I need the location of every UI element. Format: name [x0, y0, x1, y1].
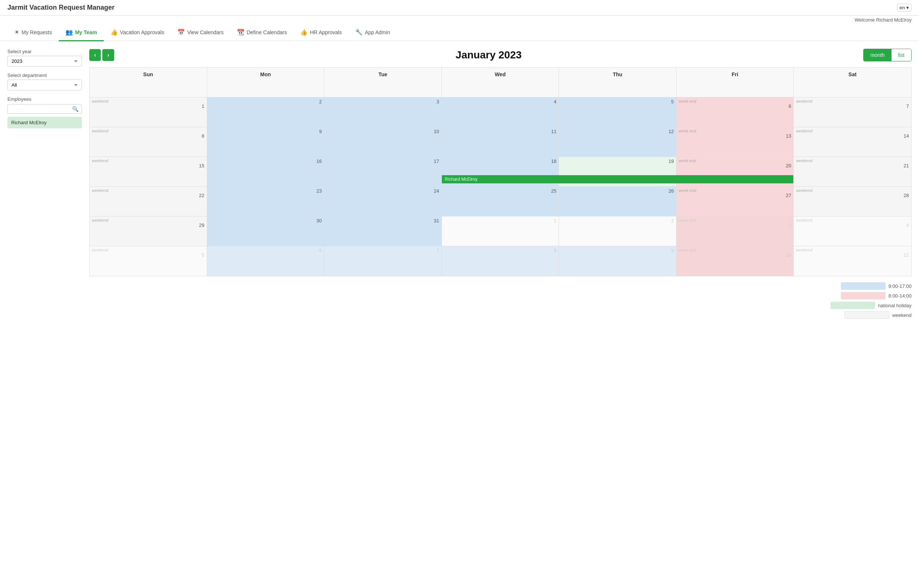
nav-item-view-calendars[interactable]: 📅 View Calendars [171, 24, 230, 41]
lang-selector[interactable]: en ▾ [897, 4, 912, 11]
cell-4-mon[interactable]: 23 [207, 187, 325, 216]
sun-icon: ☀ [14, 29, 19, 36]
legend-white: weekend [845, 311, 912, 319]
week-row-2: weekend 8 9 10 11 12 week end 13 [90, 127, 911, 157]
cell-5-sat[interactable]: weekend 4 [794, 216, 911, 246]
cell-2-sat[interactable]: weekend 14 [794, 127, 911, 157]
cell-2-fri[interactable]: week end 13 [677, 127, 794, 157]
search-icon: 🔍 [72, 106, 79, 112]
cell-1-wed[interactable]: 4 [442, 97, 559, 127]
welcome-text: Welcome Richard McElroy [854, 17, 912, 23]
hr-icon: 👍 [300, 29, 308, 36]
legend-white-label: weekend [892, 312, 912, 318]
cell-2-mon[interactable]: 9 [207, 127, 325, 157]
header-sat: Sat [794, 68, 911, 97]
cell-6-wed[interactable]: 8 [442, 246, 559, 276]
legend-pink-label: 8:00-14:00 [888, 293, 912, 299]
day-headers-row: Sun Mon Tue Wed Thu Fri Sat [90, 68, 911, 97]
cell-5-wed[interactable]: 1 [442, 216, 559, 246]
cell-6-mon[interactable]: 6 [207, 246, 325, 276]
header-fri: Fri [677, 68, 794, 97]
cell-4-thu[interactable]: 26 [559, 187, 677, 216]
week-row-1: weekend 1 2 3 4 5 week end 6 [90, 97, 911, 127]
cell-5-thu[interactable]: 2 [559, 216, 677, 246]
cal-nav: ‹ › [89, 49, 114, 61]
cell-3-mon[interactable]: 16 [207, 157, 325, 187]
lang-chevron: ▾ [906, 5, 909, 10]
cell-5-fri[interactable]: week end 3 [677, 216, 794, 246]
nav-label-hr-approvals: HR Approvals [310, 29, 342, 36]
prev-month-button[interactable]: ‹ [89, 49, 101, 61]
header-sun: Sun [90, 68, 207, 97]
cell-6-sat[interactable]: weekend 11 [794, 246, 911, 276]
cell-4-fri[interactable]: week end 27 [677, 187, 794, 216]
employee-richard[interactable]: Richard McElroy [7, 117, 82, 128]
cell-5-tue[interactable]: 31 [324, 216, 442, 246]
cell-3-wed[interactable]: 18 Richard McElroy [442, 157, 559, 187]
nav-label-my-team: My Team [75, 29, 97, 36]
header-tue: Tue [324, 68, 442, 97]
nav-item-define-calendars[interactable]: 📆 Define Calendars [230, 24, 294, 41]
nav-label-define-calendars: Define Calendars [247, 29, 287, 36]
nav-bar: ☀ My Requests 👥 My Team 👍 Vacation Appro… [0, 24, 919, 41]
nav-label-app-admin: App Admin [365, 29, 390, 36]
app-title: Jarmit Vacation Request Manager [7, 4, 115, 11]
year-select[interactable]: 2023 2022 2024 [7, 56, 82, 66]
week-row-6: weekend 5 6 7 8 9 week end 10 [90, 246, 911, 276]
legend-white-color [845, 311, 889, 319]
cell-4-wed[interactable]: 25 [442, 187, 559, 216]
dept-select[interactable]: All Engineering Marketing [7, 79, 82, 90]
cell-6-tue[interactable]: 7 [324, 246, 442, 276]
nav-item-vacation-approvals[interactable]: 👍 Vacation Approvals [104, 24, 171, 41]
nav-item-my-requests[interactable]: ☀ My Requests [7, 24, 59, 41]
cell-1-mon[interactable]: 2 [207, 97, 325, 127]
nav-item-hr-approvals[interactable]: 👍 HR Approvals [294, 24, 349, 41]
cell-2-wed[interactable]: 11 [442, 127, 559, 157]
legend-blue-color [841, 282, 885, 290]
cell-1-tue[interactable]: 3 [324, 97, 442, 127]
legend-blue-label: 9:00-17:00 [888, 283, 912, 289]
week-row-4: weekend 22 23 24 25 26 week end 27 [90, 187, 911, 216]
cell-1-sun[interactable]: weekend 1 [90, 97, 207, 127]
employee-search-input[interactable] [11, 107, 72, 112]
week-row-5: weekend 29 30 31 1 2 week end 3 [90, 216, 911, 246]
cell-6-sun[interactable]: weekend 5 [90, 246, 207, 276]
nav-label-my-requests: My Requests [21, 29, 52, 36]
month-view-button[interactable]: month [864, 49, 892, 61]
view-toggle: month list [863, 49, 912, 61]
sidebar: Select year 2023 2022 2024 Select depart… [7, 49, 82, 319]
calendar-title: January 2023 [455, 49, 522, 61]
cell-1-fri[interactable]: week end 6 [677, 97, 794, 127]
cell-4-sat[interactable]: weekend 28 [794, 187, 911, 216]
cell-2-sun[interactable]: weekend 8 [90, 127, 207, 157]
cell-5-sun[interactable]: weekend 29 [90, 216, 207, 246]
calendar-icon: 📅 [178, 29, 185, 36]
vacation-bar[interactable]: Richard McElroy [442, 175, 794, 183]
header-thu: Thu [559, 68, 677, 97]
cell-1-sat[interactable]: weekend 7 [794, 97, 911, 127]
cell-2-thu[interactable]: 12 [559, 127, 677, 157]
cell-3-sat[interactable]: weekend 21 [794, 157, 911, 187]
cell-6-fri[interactable]: week end 10 [677, 246, 794, 276]
legend-green-label: national holiday [878, 303, 912, 309]
nav-label-vacation-approvals: Vacation Approvals [120, 29, 165, 36]
wrench-icon: 🔧 [355, 29, 363, 36]
list-view-button[interactable]: list [892, 49, 911, 61]
cell-6-thu[interactable]: 9 [559, 246, 677, 276]
week-row-3: weekend 15 16 17 18 Richard McElroy [90, 157, 911, 187]
top-bar: Jarmit Vacation Request Manager en ▾ [0, 0, 919, 16]
cell-5-mon[interactable]: 30 [207, 216, 325, 246]
cell-2-tue[interactable]: 10 [324, 127, 442, 157]
main-layout: Select year 2023 2022 2024 Select depart… [0, 41, 919, 326]
cell-4-sun[interactable]: weekend 22 [90, 187, 207, 216]
cell-3-tue[interactable]: 17 [324, 157, 442, 187]
nav-item-my-team[interactable]: 👥 My Team [59, 24, 104, 41]
legend-blue: 9:00-17:00 [841, 282, 912, 290]
legend-green: national holiday [830, 302, 912, 309]
cell-1-thu[interactable]: 5 [559, 97, 677, 127]
next-month-button[interactable]: › [102, 49, 114, 61]
nav-item-app-admin[interactable]: 🔧 App Admin [349, 24, 397, 41]
lang-value: en [900, 5, 905, 10]
cell-3-sun[interactable]: weekend 15 [90, 157, 207, 187]
cell-4-tue[interactable]: 24 [324, 187, 442, 216]
